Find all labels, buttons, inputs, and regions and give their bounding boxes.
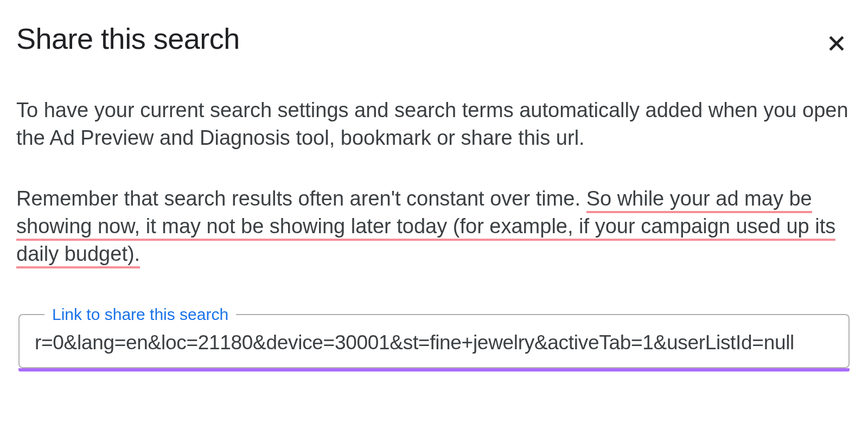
share-link-legend: Link to share this search — [44, 305, 236, 324]
share-link-field[interactable]: Link to share this search r=0&lang=en&lo… — [18, 314, 850, 368]
instructions-paragraph-2: Remember that search results often aren'… — [16, 185, 852, 268]
close-button[interactable] — [821, 28, 852, 59]
share-link-value[interactable]: r=0&lang=en&loc=21180&device=30001&st=fi… — [35, 331, 833, 354]
paragraph-2-plain: Remember that search results often aren'… — [16, 187, 586, 210]
dialog-header: Share this search — [16, 22, 852, 59]
instructions-paragraph-1: To have your current search settings and… — [16, 97, 852, 152]
dialog-title: Share this search — [16, 22, 240, 55]
close-icon — [826, 33, 847, 54]
highlight-underline — [18, 368, 850, 371]
